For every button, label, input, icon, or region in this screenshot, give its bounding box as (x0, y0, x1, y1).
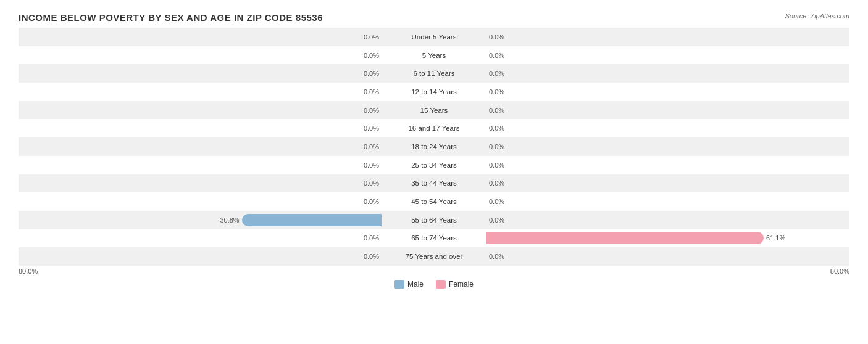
left-section: 30.8% (19, 211, 382, 229)
left-section: 0.0% (19, 174, 382, 193)
female-value: 0.0% (489, 162, 504, 169)
female-value: 0.0% (489, 70, 504, 77)
table-row: 0.0%75 Years and over0.0% (19, 247, 849, 266)
left-section: 0.0% (19, 137, 382, 156)
male-value: 0.0% (364, 52, 379, 59)
axis-label-left: 80.0% (19, 268, 38, 275)
chart-body: 0.0%Under 5 Years0.0%0.0%5 Years0.0%0.0%… (19, 28, 849, 289)
table-row: 0.0%12 to 14 Years0.0% (19, 83, 849, 101)
right-section: 0.0% (486, 119, 849, 137)
left-section: 0.0% (19, 83, 382, 101)
right-section: 0.0% (486, 28, 849, 46)
rows-container: 0.0%Under 5 Years0.0%0.0%5 Years0.0%0.0%… (19, 28, 849, 266)
bar-label: 75 Years and over (382, 253, 486, 260)
female-value: 0.0% (489, 253, 504, 260)
bar-label: 5 Years (382, 52, 486, 59)
axis-label-right: 80.0% (830, 268, 849, 275)
table-row: 0.0%35 to 44 Years0.0% (19, 174, 849, 193)
right-section: 0.0% (486, 174, 849, 193)
legend-female-label: Female (449, 280, 474, 289)
bar-label: 45 to 54 Years (382, 198, 486, 205)
male-value: 30.8% (220, 216, 239, 224)
female-value: 0.0% (489, 33, 504, 41)
legend-female-box (436, 280, 446, 289)
bar-label: 12 to 14 Years (382, 88, 486, 96)
bar-label: 25 to 34 Years (382, 162, 486, 169)
female-value: 0.0% (489, 216, 504, 224)
male-value: 0.0% (364, 70, 379, 77)
table-row: 0.0%45 to 54 Years0.0% (19, 192, 849, 211)
chart-container: INCOME BELOW POVERTY BY SEX AND AGE IN Z… (0, 0, 868, 344)
male-value: 0.0% (364, 179, 379, 187)
source-text: Source: ZipAtlas.com (785, 12, 849, 20)
left-section: 0.0% (19, 229, 382, 248)
legend-male-label: Male (407, 280, 424, 289)
left-section: 0.0% (19, 192, 382, 211)
bar-label: 35 to 44 Years (382, 179, 486, 187)
female-value: 0.0% (489, 143, 504, 150)
table-row: 0.0%Under 5 Years0.0% (19, 28, 849, 46)
female-value: 0.0% (489, 198, 504, 205)
table-row: 30.8%55 to 64 Years0.0% (19, 211, 849, 229)
bar-label: Under 5 Years (382, 33, 486, 41)
legend-female: Female (436, 280, 474, 289)
legend-male: Male (394, 280, 424, 289)
male-value: 0.0% (364, 253, 379, 260)
table-row: 0.0%65 to 74 Years61.1% (19, 229, 849, 248)
bar-label: 15 Years (382, 107, 486, 114)
bar-label: 18 to 24 Years (382, 143, 486, 150)
table-row: 0.0%18 to 24 Years0.0% (19, 137, 849, 156)
male-value: 0.0% (364, 234, 379, 242)
left-section: 0.0% (19, 247, 382, 266)
right-section: 0.0% (486, 247, 849, 266)
bar-label: 6 to 11 Years (382, 70, 486, 77)
female-bar (486, 232, 764, 244)
right-section: 0.0% (486, 83, 849, 101)
axis-row: 80.0% 80.0% (19, 266, 849, 277)
left-section: 0.0% (19, 46, 382, 65)
male-value: 0.0% (364, 125, 379, 132)
right-section: 0.0% (486, 192, 849, 211)
right-section: 0.0% (486, 64, 849, 83)
left-section: 0.0% (19, 156, 382, 174)
bar-label: 16 and 17 Years (382, 125, 486, 132)
legend: Male Female (19, 280, 849, 289)
left-section: 0.0% (19, 119, 382, 137)
table-row: 0.0%6 to 11 Years0.0% (19, 64, 849, 83)
male-value: 0.0% (364, 88, 379, 96)
male-value: 0.0% (364, 107, 379, 114)
table-row: 0.0%5 Years0.0% (19, 46, 849, 65)
right-section: 61.1% (486, 229, 849, 248)
table-row: 0.0%25 to 34 Years0.0% (19, 156, 849, 174)
male-value: 0.0% (364, 162, 379, 169)
female-value: 0.0% (489, 88, 504, 96)
chart-title: INCOME BELOW POVERTY BY SEX AND AGE IN Z… (19, 12, 849, 23)
male-value: 0.0% (364, 33, 379, 41)
right-section: 0.0% (486, 46, 849, 65)
male-bar (242, 214, 382, 226)
female-value: 0.0% (489, 125, 504, 132)
female-value: 61.1% (766, 234, 785, 242)
male-value: 0.0% (364, 143, 379, 150)
bar-label: 55 to 64 Years (382, 216, 486, 224)
left-section: 0.0% (19, 64, 382, 83)
left-section: 0.0% (19, 28, 382, 46)
table-row: 0.0%16 and 17 Years0.0% (19, 119, 849, 137)
bar-label: 65 to 74 Years (382, 234, 486, 242)
male-value: 0.0% (364, 198, 379, 205)
right-section: 0.0% (486, 137, 849, 156)
female-value: 0.0% (489, 52, 504, 59)
table-row: 0.0%15 Years0.0% (19, 101, 849, 120)
right-section: 0.0% (486, 101, 849, 120)
left-section: 0.0% (19, 101, 382, 120)
right-section: 0.0% (486, 211, 849, 229)
right-section: 0.0% (486, 156, 849, 174)
legend-male-box (394, 280, 404, 289)
female-value: 0.0% (489, 179, 504, 187)
female-value: 0.0% (489, 107, 504, 114)
